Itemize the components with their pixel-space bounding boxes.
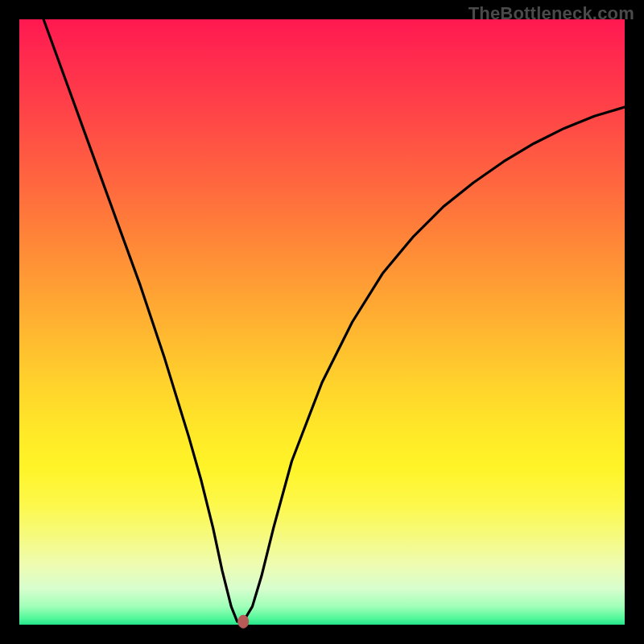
plot-svg [19,19,625,625]
plot-area [19,19,625,625]
chart-frame: TheBottleneck.com [0,0,644,644]
bottleneck-curve [43,19,625,621]
min-marker [238,615,249,628]
